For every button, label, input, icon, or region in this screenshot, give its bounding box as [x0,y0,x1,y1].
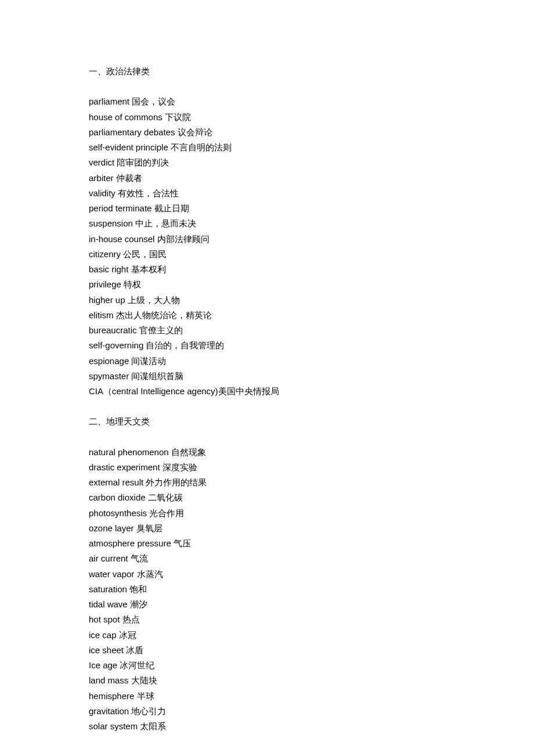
vocab-entry: ozone layer 臭氧层 [89,521,534,536]
entry-text: citizenry 公民，国民 [89,249,167,259]
vocab-entry: house of commons 下议院 [89,110,534,125]
entry-text: natural phenomenon 自然现象 [89,447,206,457]
vocab-entry: atmosphere pressure 气压 [89,536,534,551]
vocab-entry: period terminate 截止日期 [89,201,534,216]
vocab-entry: espionage 间谍活动 [89,354,534,369]
entry-text: carbon dioxide 二氧化碳 [89,492,183,502]
vocab-entry: hemisphere 半球 [89,689,534,704]
vocab-entry: in-house counsel 内部法律顾问 [89,232,534,247]
section-heading-1: 一、政治法律类 [89,64,534,79]
vocab-entry: parliament 国会，议会 [89,94,534,109]
vocab-entry: Ice age 冰河世纪 [89,658,534,673]
vocab-entry: elitism 杰出人物统治论，精英论 [89,308,534,323]
section-block-1: parliament 国会，议会 house of commons 下议院 pa… [89,94,534,399]
section-heading-text: 二、地理天文类 [89,416,150,426]
entry-text: land mass 大陆块 [89,675,157,685]
entry-text: Ice age 冰河世纪 [89,660,154,670]
entry-text: gravitation 地心引力 [89,706,166,716]
entry-text: bureaucratic 官僚主义的 [89,325,183,335]
entry-text: ice sheet 冰盾 [89,645,143,655]
entry-text: in-house counsel 内部法律顾问 [89,234,210,244]
vocab-entry: spymaster 间谍组织首脑 [89,369,534,384]
entry-text: parliamentary debates 议会辩论 [89,127,212,137]
entry-text: external result 外力作用的结果 [89,477,207,487]
entry-text: validity 有效性，合法性 [89,188,179,198]
vocab-entry: external result 外力作用的结果 [89,475,534,490]
vocab-entry: parliamentary debates 议会辩论 [89,125,534,140]
entry-text: parliament 国会，议会 [89,96,175,106]
entry-text: CIA（central Intelligence agency)美国中央情报局 [89,386,279,396]
entry-text: water vapor 水蒸汽 [89,569,163,579]
entry-text: hot spot 热点 [89,614,140,624]
section-heading-text: 一、政治法律类 [89,66,150,76]
vocab-entry: self-evident principle 不言自明的法则 [89,140,534,155]
vocab-entry: drastic experiment 深度实验 [89,460,534,475]
vocab-entry: air current 气流 [89,551,534,566]
entry-text: basic right 基本权利 [89,264,166,274]
entry-text: arbiter 仲裁者 [89,173,142,183]
vocab-entry: photosynthesis 光合作用 [89,506,534,521]
entry-text: ice cap 冰冠 [89,630,136,640]
vocab-entry: ice cap 冰冠 [89,628,534,643]
entry-text: suspension 中止，悬而未决 [89,218,196,228]
vocab-entry: carbon dioxide 二氧化碳 [89,490,534,505]
vocab-entry: basic right 基本权利 [89,262,534,277]
vocab-entry: saturation 饱和 [89,582,534,597]
vocab-entry: bureaucratic 官僚主义的 [89,323,534,338]
entry-text: espionage 间谍活动 [89,356,166,366]
entry-text: elitism 杰出人物统治论，精英论 [89,310,212,320]
vocab-entry: suspension 中止，悬而未决 [89,216,534,231]
entry-text: period terminate 截止日期 [89,203,189,213]
entry-text: verdict 陪审团的判决 [89,157,169,167]
vocab-entry: validity 有效性，合法性 [89,186,534,201]
vocab-entry: verdict 陪审团的判决 [89,155,534,170]
entry-text: solar system 太阳系 [89,721,166,731]
entry-text: photosynthesis 光合作用 [89,508,184,518]
entry-text: house of commons 下议院 [89,112,191,122]
entry-text: spymaster 间谍组织首脑 [89,371,183,381]
vocab-entry: water vapor 水蒸汽 [89,567,534,582]
document-page: 一、政治法律类 parliament 国会，议会 house of common… [0,0,534,756]
section-heading-2: 二、地理天文类 [89,414,534,429]
entry-text: ozone layer 臭氧层 [89,523,163,533]
vocab-entry: gravitation 地心引力 [89,704,534,719]
vocab-entry: solar system 太阳系 [89,719,534,734]
entry-text: air current 气流 [89,553,148,563]
entry-text: self-governing 自治的，自我管理的 [89,340,224,350]
vocab-entry: natural phenomenon 自然现象 [89,445,534,460]
entry-text: higher up 上级，大人物 [89,295,180,305]
vocab-entry: tidal wave 潮汐 [89,597,534,612]
vocab-entry: higher up 上级，大人物 [89,293,534,308]
vocab-entry: hot spot 热点 [89,612,534,627]
entry-text: privilege 特权 [89,279,141,289]
vocab-entry: self-governing 自治的，自我管理的 [89,338,534,353]
entry-text: tidal wave 潮汐 [89,599,147,609]
entry-text: drastic experiment 深度实验 [89,462,197,472]
vocab-entry: land mass 大陆块 [89,673,534,688]
section-block-2: natural phenomenon 自然现象 drastic experime… [89,445,534,735]
vocab-entry: ice sheet 冰盾 [89,643,534,658]
entry-text: atmosphere pressure 气压 [89,538,191,548]
entry-text: self-evident principle 不言自明的法则 [89,142,232,152]
entry-text: saturation 饱和 [89,584,147,594]
vocab-entry: privilege 特权 [89,277,534,292]
vocab-entry: CIA（central Intelligence agency)美国中央情报局 [89,384,534,399]
vocab-entry: citizenry 公民，国民 [89,247,534,262]
entry-text: hemisphere 半球 [89,691,154,701]
vocab-entry: arbiter 仲裁者 [89,171,534,186]
